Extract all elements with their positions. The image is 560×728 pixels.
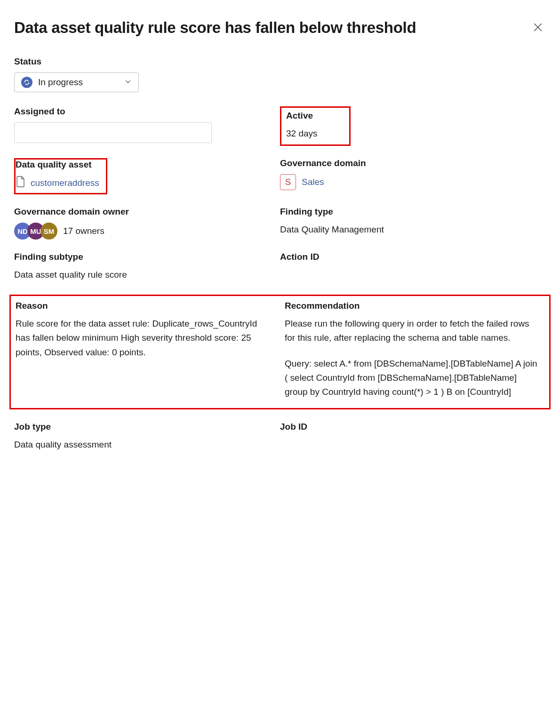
reason-label: Reason bbox=[16, 301, 271, 311]
dq-asset-highlight-box: Data quality asset customeraddress bbox=[14, 158, 107, 194]
job-id-label: Job ID bbox=[280, 422, 546, 432]
active-highlight-box: Active 32 days bbox=[280, 106, 351, 146]
recommendation-paragraph-2: Query: select A.* from [DBSchemaName].[D… bbox=[285, 357, 540, 400]
reason-value: Rule score for the data asset rule: Dupl… bbox=[16, 317, 271, 360]
finding-subtype-label: Finding subtype bbox=[14, 252, 271, 262]
owner-avatar-stack[interactable]: ND MU SM bbox=[14, 223, 57, 240]
recommendation-paragraph-1: Please run the following query in order … bbox=[285, 317, 540, 345]
finding-subtype-value: Data asset quality rule score bbox=[14, 268, 271, 282]
close-button[interactable] bbox=[530, 19, 546, 37]
assigned-to-input[interactable] bbox=[14, 122, 212, 143]
chevron-down-icon bbox=[124, 77, 132, 88]
close-icon bbox=[533, 22, 543, 34]
finding-type-value: Data Quality Management bbox=[280, 223, 546, 237]
active-value: 32 days bbox=[286, 127, 344, 141]
job-type-label: Job type bbox=[14, 422, 271, 432]
avatar: SM bbox=[40, 223, 57, 240]
status-value: In progress bbox=[38, 77, 83, 88]
status-dropdown[interactable]: In progress bbox=[14, 72, 139, 92]
refresh-icon bbox=[21, 77, 32, 88]
dq-asset-link[interactable]: customeraddress bbox=[31, 178, 99, 188]
active-label: Active bbox=[286, 111, 344, 121]
dq-asset-label: Data quality asset bbox=[16, 160, 99, 170]
file-icon bbox=[16, 176, 26, 190]
owner-count-text: 17 owners bbox=[63, 226, 104, 236]
recommendation-label: Recommendation bbox=[285, 301, 540, 311]
reason-recommendation-highlight-box: Reason Rule score for the data asset rul… bbox=[9, 295, 551, 409]
gov-domain-link[interactable]: Sales bbox=[302, 177, 324, 187]
gov-domain-label: Governance domain bbox=[280, 158, 546, 168]
job-type-value: Data quality assessment bbox=[14, 438, 271, 452]
assigned-to-label: Assigned to bbox=[14, 106, 271, 117]
gov-owner-label: Governance domain owner bbox=[14, 207, 271, 217]
status-label: Status bbox=[14, 56, 546, 67]
gov-domain-badge: S bbox=[280, 174, 296, 190]
action-id-label: Action ID bbox=[280, 252, 546, 262]
finding-type-label: Finding type bbox=[280, 207, 546, 217]
page-title: Data asset quality rule score has fallen… bbox=[14, 19, 416, 37]
